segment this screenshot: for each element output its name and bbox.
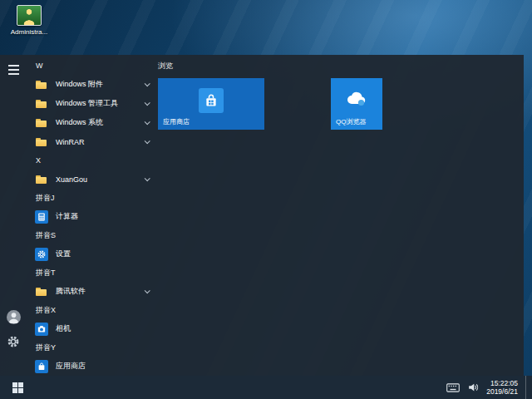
- chevron-down-icon[interactable]: [145, 81, 150, 86]
- windows-logo-icon: [12, 382, 23, 393]
- app-item-label: 设置: [56, 249, 71, 259]
- tile-label: 应用商店: [163, 117, 190, 126]
- gear-icon: [7, 335, 20, 348]
- user-avatar-icon: [7, 310, 21, 324]
- app-item-label: 腾讯软件: [56, 286, 86, 297]
- tile-qq-browser[interactable]: QQ浏览器: [331, 78, 382, 130]
- chevron-down-icon[interactable]: [145, 138, 150, 144]
- chevron-down-icon[interactable]: [145, 175, 150, 181]
- section-label: 拼音X: [36, 305, 56, 316]
- section-label: 拼音Y: [36, 342, 56, 353]
- section-w[interactable]: W: [33, 57, 153, 75]
- show-desktop-button[interactable]: [525, 376, 529, 399]
- clock-time: 15:22:05: [486, 379, 518, 387]
- folder-icon: [35, 285, 48, 298]
- section-pinyin-j[interactable]: 拼音J: [33, 189, 153, 207]
- app-item-xuangou[interactable]: XuanGou: [33, 170, 153, 189]
- section-label: W: [36, 62, 43, 70]
- app-item-label: 计算器: [56, 211, 78, 222]
- clock-date: 2019/6/21: [486, 387, 518, 396]
- section-label: 拼音S: [36, 230, 56, 241]
- app-item-winrar[interactable]: WinRAR: [33, 132, 153, 151]
- keyboard-icon[interactable]: [446, 383, 460, 392]
- app-item-label: 应用商店: [56, 361, 86, 372]
- folder-icon: [35, 116, 48, 130]
- app-item-tencent-software[interactable]: 腾讯软件: [33, 282, 153, 301]
- folder-icon: [35, 78, 48, 91]
- start-menu: W Windows 附件 Windows 管理工具 Windows 系统 Win…: [0, 55, 524, 376]
- calculator-icon: [35, 210, 48, 224]
- tile-label: QQ浏览器: [336, 117, 366, 126]
- app-item-label: XuanGou: [56, 175, 87, 184]
- volume-icon[interactable]: [467, 382, 479, 393]
- taskbar: 15:22:05 2019/6/21: [0, 376, 532, 399]
- section-label: X: [36, 156, 41, 165]
- section-pinyin-x[interactable]: 拼音X: [33, 301, 153, 319]
- chevron-down-icon[interactable]: [145, 119, 150, 125]
- app-item-label: 相机: [56, 323, 71, 334]
- app-list: W Windows 附件 Windows 管理工具 Windows 系统 Win…: [33, 57, 153, 376]
- section-pinyin-y[interactable]: 拼音Y: [33, 338, 153, 357]
- app-item-label: Windows 系统: [56, 117, 103, 128]
- section-x[interactable]: X: [33, 151, 153, 170]
- section-label: 拼音T: [36, 268, 56, 278]
- settings-gear-icon: [35, 248, 48, 261]
- settings-button[interactable]: [6, 334, 21, 349]
- app-item-windows-system[interactable]: Windows 系统: [33, 113, 153, 132]
- section-pinyin-s[interactable]: 拼音S: [33, 226, 153, 244]
- camera-icon: [35, 323, 48, 336]
- app-item-windows-accessories[interactable]: Windows 附件: [33, 75, 153, 94]
- folder-icon: [35, 97, 48, 111]
- app-item-camera[interactable]: 相机: [33, 319, 153, 338]
- tile-app-store[interactable]: 应用商店: [158, 78, 264, 130]
- system-tray: 15:22:05 2019/6/21: [446, 376, 529, 399]
- user-avatar-button[interactable]: [6, 309, 21, 324]
- desktop-shortcut-administrator[interactable]: Administra...: [5, 5, 53, 36]
- start-menu-rail: [0, 55, 27, 376]
- qq-browser-icon: [345, 89, 368, 112]
- app-item-store[interactable]: 应用商店: [33, 357, 153, 376]
- taskbar-clock[interactable]: 15:22:05 2019/6/21: [486, 379, 518, 396]
- hamburger-icon[interactable]: [8, 65, 19, 77]
- app-item-label: WinRAR: [56, 138, 85, 146]
- shortcut-label: Administra...: [5, 28, 53, 36]
- folder-icon: [35, 173, 48, 186]
- screen: Administra...: [0, 0, 532, 399]
- user-account-icon: [17, 5, 42, 26]
- chevron-down-icon[interactable]: [145, 100, 150, 106]
- section-pinyin-t[interactable]: 拼音T: [33, 264, 153, 282]
- app-item-label: Windows 管理工具: [56, 98, 118, 109]
- app-item-calculator[interactable]: 计算器: [33, 207, 153, 226]
- folder-icon: [35, 135, 48, 149]
- section-label: 拼音J: [36, 193, 55, 204]
- start-button[interactable]: [0, 376, 35, 399]
- store-bag-icon: [35, 360, 48, 373]
- tile-group-header[interactable]: 浏览: [158, 61, 173, 71]
- app-item-label: Windows 附件: [56, 79, 103, 90]
- store-bag-icon: [199, 88, 224, 113]
- app-item-windows-admin-tools[interactable]: Windows 管理工具: [33, 94, 153, 113]
- chevron-down-icon[interactable]: [145, 288, 150, 293]
- app-item-settings[interactable]: 设置: [33, 244, 153, 264]
